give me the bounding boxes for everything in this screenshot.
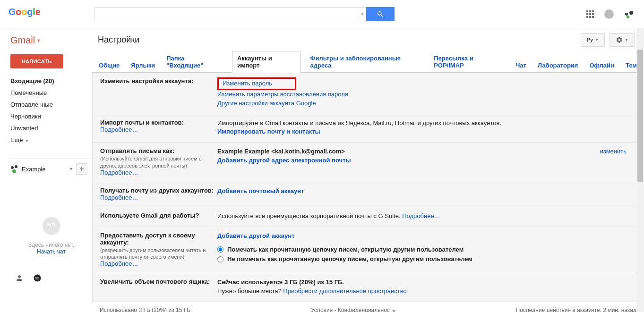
section-subtitle: (разрешить другим пользователям читать и… <box>100 247 217 261</box>
storage-usage: Сейчас используется 3 ГБ (20%) из 15 ГБ. <box>217 278 344 286</box>
section-title: Предоставить доступ к своему аккаунту: <box>100 232 217 246</box>
bottom-tabs: 99 <box>10 274 92 282</box>
add-email-link[interactable]: Добавить другой адрес электронной почты <box>217 157 351 164</box>
google-logo[interactable]: Google <box>9 6 52 22</box>
nav-sent[interactable]: Отправленные <box>10 99 92 110</box>
footer: Использовано 3 ГБ (20%) из 15 ГБ Управле… <box>92 302 644 312</box>
section-title: Используете Gmail для работы? <box>100 212 217 219</box>
tab-chat[interactable]: Чат <box>514 59 528 72</box>
section-check-mail: Получать почту из других аккаунтов: Подр… <box>93 182 644 207</box>
profile-name: Example <box>22 166 66 173</box>
tab-accounts[interactable]: Аккаунты и импорт <box>232 51 301 73</box>
tab-labels[interactable]: Ярлыки <box>129 59 157 72</box>
tab-offline[interactable]: Офлайн <box>587 59 616 72</box>
learn-more-link[interactable]: Подробнее… <box>100 126 138 133</box>
privacy-link[interactable]: Конфиденциальность <box>338 307 395 312</box>
section-storage: Увеличить объем почтового ящика: Сейчас … <box>93 273 644 302</box>
presence-icon <box>10 165 19 173</box>
search-dropdown-icon[interactable]: ▼ <box>359 8 366 21</box>
user-avatar[interactable] <box>624 9 635 19</box>
page-title: Настройки <box>98 35 139 45</box>
learn-more-link[interactable]: Подробнее… <box>402 212 440 219</box>
hangouts-tab-icon[interactable]: 99 <box>33 274 42 282</box>
learn-more-link[interactable]: Подробнее… <box>100 194 138 201</box>
footer-right: Последние действия в аккаунте: 2 мин. на… <box>516 307 636 312</box>
add-contact-button[interactable]: + <box>76 163 87 175</box>
gmail-menu[interactable]: Gmail ▼ <box>10 35 92 46</box>
settings-gear-button[interactable]: ▼ <box>610 33 635 47</box>
language-button[interactable]: Ру▼ <box>581 33 605 47</box>
add-delegate-link[interactable]: Добавить другой аккаунт <box>217 232 295 239</box>
nav-drafts[interactable]: Черновики <box>10 110 92 122</box>
tab-inbox[interactable]: Папка "Входящие" <box>164 51 224 72</box>
hangouts-empty: ❝❞ Здесь ничего нет. Начать чат <box>10 217 92 255</box>
section-title: Изменить настройки аккаунта: <box>100 77 217 84</box>
start-chat-link[interactable]: Начать чат <box>37 248 66 255</box>
change-password-link[interactable]: Изменить пароль <box>223 80 272 87</box>
recovery-options-link[interactable]: Изменить параметры восстановления пароля <box>217 91 348 98</box>
scrollbar[interactable] <box>636 28 644 312</box>
nav-more[interactable]: Ещё ▼ <box>10 134 92 146</box>
other-account-settings-link[interactable]: Другие настройки аккаунта Google <box>217 100 316 107</box>
gmail-label-text: Gmail <box>10 35 35 46</box>
tab-pop-imap[interactable]: Пересылка и POP/IMAP <box>432 51 506 72</box>
section-grant-access: Предоставить доступ к своему аккаунту: (… <box>93 227 644 274</box>
apps-icon[interactable] <box>586 10 594 18</box>
folder-nav: Входящие (20) Помеченные Отправленные Че… <box>10 75 92 146</box>
search-button[interactable] <box>366 7 395 21</box>
hangouts-empty-text: Здесь ничего нет. <box>10 242 92 248</box>
search-input[interactable]: ▼ <box>94 7 366 21</box>
learn-more-link[interactable]: Подробнее… <box>100 169 138 176</box>
main-content: Настройки Ру▼ ▼ Общие Ярлыки Папка "Вход… <box>92 28 644 312</box>
svg-text:99: 99 <box>35 276 39 280</box>
compose-button[interactable]: НАПИСАТЬ <box>10 54 63 68</box>
header-right <box>586 9 635 19</box>
nav-unwanted[interactable]: Unwanted <box>10 122 92 134</box>
search-container: ▼ <box>94 7 395 21</box>
hangouts-profile[interactable]: Example ▼ + <box>10 158 92 175</box>
caret-down-icon: ▼ <box>24 139 29 143</box>
svg-point-2 <box>629 11 633 15</box>
import-action-link[interactable]: Импортировать почту и контакты <box>217 128 320 135</box>
svg-point-6 <box>12 169 16 173</box>
send-as-identity: Example Example <kai.kotin.k@gmail.com> <box>217 148 345 155</box>
footer-left: Использовано 3 ГБ (20%) из 15 ГБ Управле… <box>100 307 190 312</box>
nav-inbox[interactable]: Входящие (20) <box>10 75 92 87</box>
scrollbar-thumb[interactable] <box>637 50 643 182</box>
section-account-settings: Изменить настройки аккаунта: Изменить па… <box>93 73 644 114</box>
caret-down-icon[interactable]: ▼ <box>69 167 73 171</box>
buy-storage-link[interactable]: Приобрести дополнительное пространство <box>283 287 406 295</box>
settings-tabs: Общие Ярлыки Папка "Входящие" Аккаунты и… <box>92 51 644 72</box>
tab-filters[interactable]: Фильтры и заблокированные адреса <box>308 51 424 72</box>
activity-text: Последние действия в аккаунте: 2 мин. на… <box>516 307 636 312</box>
section-title: Увеличить объем почтового ящика: <box>100 278 217 285</box>
gsuite-text: Используйте все преимущества корпоративн… <box>217 212 402 219</box>
edit-link[interactable]: изменить <box>600 147 627 156</box>
section-import: Импорт почты и контактов: Подробнее… Имп… <box>93 114 644 143</box>
svg-point-5 <box>15 165 17 168</box>
contacts-icon[interactable] <box>15 274 24 282</box>
caret-down-icon: ▼ <box>36 38 41 43</box>
storage-text: Использовано 3 ГБ (20%) из 15 ГБ <box>100 307 190 312</box>
radio-mark-read[interactable]: Помечать как прочитанную цепочку писем, … <box>217 245 636 254</box>
hangouts-icon: ❝❞ <box>43 217 60 235</box>
section-gsuite: Используете Gmail для работы? Используйт… <box>93 207 644 227</box>
section-subtitle: (Используйте Gmail для отправки писем с … <box>100 155 217 169</box>
subheader: Настройки Ру▼ ▼ <box>92 28 644 51</box>
section-title: Отправлять письма как: <box>100 147 217 154</box>
tab-labs[interactable]: Лаборатория <box>536 59 580 72</box>
svg-text:Google: Google <box>9 7 41 17</box>
section-title: Получать почту из других аккаунтов: <box>100 187 217 194</box>
notifications-icon[interactable] <box>604 9 614 19</box>
terms-link[interactable]: Условия <box>311 307 333 312</box>
radio-dont-mark-read[interactable]: Не помечать как прочитанную цепочку писе… <box>217 255 636 264</box>
add-mail-account-link[interactable]: Добавить почтовый аккаунт <box>217 187 304 194</box>
tab-general[interactable]: Общие <box>97 59 121 72</box>
settings-content: Изменить настройки аккаунта: Изменить па… <box>92 72 644 302</box>
svg-point-1 <box>625 13 628 16</box>
footer-center: Условия - Конфиденциальность <box>190 307 516 312</box>
header: Google ▼ <box>0 0 644 28</box>
section-title: Импорт почты и контактов: <box>100 119 217 126</box>
nav-starred[interactable]: Помеченные <box>10 87 92 99</box>
learn-more-link[interactable]: Подробнее… <box>100 260 138 267</box>
